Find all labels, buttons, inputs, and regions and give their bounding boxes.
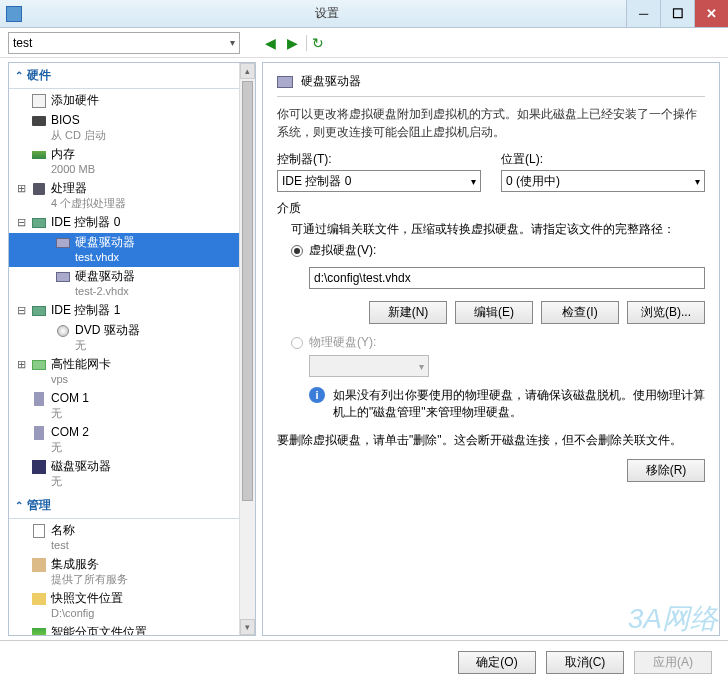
edit-button[interactable]: 编辑(E) (455, 301, 533, 324)
hdd-icon (277, 76, 293, 88)
chevron-down-icon: ▾ (695, 176, 700, 187)
media-group-label: 介质 (277, 200, 705, 217)
remove-button[interactable]: 移除(R) (627, 459, 705, 482)
apply-button: 应用(A) (634, 651, 712, 674)
ok-button[interactable]: 确定(O) (458, 651, 536, 674)
tree-snapshot-location[interactable]: 快照文件位置D:\config (9, 589, 255, 623)
tree-ide0[interactable]: ⊟IDE 控制器 0 (9, 213, 255, 233)
info-icon: i (309, 387, 325, 403)
tree-com1[interactable]: COM 1无 (9, 389, 255, 423)
virtual-disk-radio-label: 虚拟硬盘(V): (309, 242, 376, 259)
tree-hdd-2[interactable]: 硬盘驱动器test-2.vhdx (9, 267, 255, 301)
virtual-disk-radio[interactable] (291, 245, 303, 257)
chevron-down-icon: ▾ (471, 176, 476, 187)
physical-disk-radio (291, 337, 303, 349)
vm-selector-value: test (13, 36, 32, 50)
tree-paging-location[interactable]: 智能分页文件位置D:\config (9, 623, 255, 636)
scrollbar[interactable]: ▴ ▾ (239, 63, 255, 635)
collapse-icon: ⌃ (15, 500, 23, 511)
physical-disk-select: ▾ (309, 355, 429, 377)
refresh-button[interactable]: ↻ (306, 35, 322, 51)
tree-nic[interactable]: ⊞高性能网卡vps (9, 355, 255, 389)
tree-cpu[interactable]: ⊞处理器4 个虚拟处理器 (9, 179, 255, 213)
browse-button[interactable]: 浏览(B)... (627, 301, 705, 324)
tree-integration-services[interactable]: 集成服务提供了所有服务 (9, 555, 255, 589)
scroll-down-button[interactable]: ▾ (240, 619, 255, 635)
title-bar: 设置 ─ ☐ ✕ (0, 0, 728, 28)
collapse-icon: ⌃ (15, 70, 23, 81)
content-description: 你可以更改将虚拟硬盘附加到虚拟机的方式。如果此磁盘上已经安装了一个操作系统，则更… (277, 105, 705, 141)
tree-ide1[interactable]: ⊟IDE 控制器 1 (9, 301, 255, 321)
tree-hdd-1[interactable]: 硬盘驱动器test.vhdx (9, 233, 255, 267)
content-title: 硬盘驱动器 (301, 73, 361, 90)
tree-name[interactable]: 名称test (9, 521, 255, 555)
maximize-button[interactable]: ☐ (660, 0, 694, 27)
inspect-button[interactable]: 检查(I) (541, 301, 619, 324)
scroll-up-button[interactable]: ▴ (240, 63, 255, 79)
tree-memory[interactable]: 内存2000 MB (9, 145, 255, 179)
location-select[interactable]: 0 (使用中) ▾ (501, 170, 705, 192)
remove-note: 要删除虚拟硬盘，请单击"删除"。这会断开磁盘连接，但不会删除关联文件。 (277, 431, 705, 449)
tree-dvd[interactable]: DVD 驱动器无 (9, 321, 255, 355)
chevron-down-icon: ▾ (419, 361, 424, 372)
tree-bios[interactable]: BIOS从 CD 启动 (9, 111, 255, 145)
cancel-button[interactable]: 取消(C) (546, 651, 624, 674)
location-label: 位置(L): (501, 151, 705, 168)
vm-selector-combo[interactable]: test ▾ (8, 32, 240, 54)
physical-disk-info: 如果没有列出你要使用的物理硬盘，请确保该磁盘脱机。使用物理计算机上的"磁盘管理"… (333, 387, 705, 421)
tree-add-hardware[interactable]: 添加硬件 (9, 91, 255, 111)
controller-label: 控制器(T): (277, 151, 481, 168)
close-button[interactable]: ✕ (694, 0, 728, 27)
dialog-footer: 确定(O) 取消(C) 应用(A) (0, 640, 728, 684)
new-button[interactable]: 新建(N) (369, 301, 447, 324)
tree-floppy[interactable]: 磁盘驱动器无 (9, 457, 255, 491)
window-title: 设置 (28, 5, 626, 22)
chevron-down-icon: ▾ (230, 37, 235, 48)
physical-disk-radio-label: 物理硬盘(Y): (309, 334, 376, 351)
scroll-thumb[interactable] (242, 81, 253, 501)
vhd-path-input[interactable] (309, 267, 705, 289)
settings-tree: ⌃ 硬件 添加硬件 BIOS从 CD 启动 内存2000 MB ⊞处理器4 个虚… (8, 62, 256, 636)
minimize-button[interactable]: ─ (626, 0, 660, 27)
nav-prev-button[interactable]: ◀ (262, 35, 278, 51)
media-description: 可通过编辑关联文件，压缩或转换虚拟硬盘。请指定该文件的完整路径： (291, 221, 705, 238)
management-section-header[interactable]: ⌃ 管理 (9, 493, 255, 519)
controller-select[interactable]: IDE 控制器 0 ▾ (277, 170, 481, 192)
app-icon (6, 6, 22, 22)
content-pane: 硬盘驱动器 你可以更改将虚拟硬盘附加到虚拟机的方式。如果此磁盘上已经安装了一个操… (262, 62, 720, 636)
tree-com2[interactable]: COM 2无 (9, 423, 255, 457)
nav-next-button[interactable]: ▶ (284, 35, 300, 51)
toolbar: test ▾ ◀ ▶ ↻ (0, 28, 728, 58)
hardware-section-header[interactable]: ⌃ 硬件 (9, 63, 255, 89)
